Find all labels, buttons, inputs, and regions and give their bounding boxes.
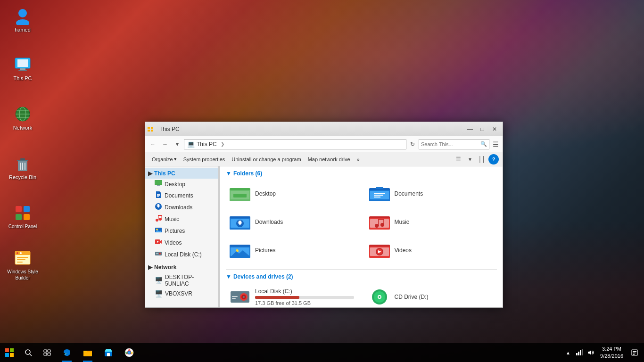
forward-button[interactable]: → xyxy=(159,139,171,150)
svg-rect-3 xyxy=(17,59,28,67)
svg-rect-104 xyxy=(10,348,14,352)
svg-rect-98 xyxy=(232,298,236,299)
address-path[interactable]: 💻 This PC ❯ xyxy=(184,139,406,149)
search-input[interactable] xyxy=(421,141,480,147)
taskbar-file-explorer[interactable] xyxy=(77,343,98,362)
taskbar-edge[interactable] xyxy=(57,343,77,362)
svg-rect-13 xyxy=(20,158,25,160)
music-folder-icon xyxy=(369,212,390,232)
system-tray: ▲ 3:24 PM 9/28/2016 xyxy=(562,343,644,362)
desktop-icon-recycle-bin[interactable]: Recycle Bin xyxy=(4,152,41,182)
svg-rect-65 xyxy=(374,193,385,194)
svg-point-1 xyxy=(16,19,29,25)
drives-section-header[interactable]: ▼ Devices and drives (2) xyxy=(226,273,497,280)
recycle-bin-icon xyxy=(13,154,32,173)
pictures-nav-label: Pictures xyxy=(165,228,185,234)
nav-local-disk[interactable]: Local Disk (C:) xyxy=(145,248,218,260)
desktop-icon-hamed[interactable]: hamed xyxy=(4,5,41,34)
drives-section-title: Devices and drives (2) xyxy=(233,273,293,280)
minimize-button[interactable]: — xyxy=(464,123,476,135)
nav-videos[interactable]: Videos xyxy=(145,237,218,248)
desktop-icon-wsb-label: Windows Style Builder xyxy=(6,269,40,281)
more-button[interactable]: » xyxy=(354,154,363,165)
this-pc-icon xyxy=(13,55,32,74)
videos-folder-icon xyxy=(369,240,390,261)
folder-item-downloads[interactable]: Downloads xyxy=(226,209,358,235)
desktop-nav-icon xyxy=(155,180,162,188)
folders-section-header[interactable]: ▼ Folders (6) xyxy=(226,170,497,177)
desktop: hamed This PC Network xyxy=(0,0,644,362)
back-button[interactable]: ← xyxy=(147,139,158,150)
menu-button[interactable]: ☰ xyxy=(490,139,501,149)
desktop-icon-control-panel-label: Control Panel xyxy=(6,224,40,229)
volume-tray-icon[interactable] xyxy=(585,343,596,362)
recent-button[interactable]: ▾ xyxy=(172,139,183,150)
view-panes-button[interactable]: ││ xyxy=(476,154,487,165)
drive-item-local-disk-c[interactable]: Local Disk (C:) 17.3 GB free of 31.5 GB xyxy=(226,284,358,307)
uninstall-button[interactable]: Uninstall or change a program xyxy=(229,154,304,165)
nav-desktop-5unliac[interactable]: 🖥️ DESKTOP-5UNLIAC xyxy=(145,272,218,288)
taskbar-store[interactable] xyxy=(98,343,119,362)
desktop-icon-windows-style-builder[interactable]: Windows Style Builder xyxy=(4,247,41,283)
taskbar-chrome[interactable] xyxy=(119,343,140,362)
svg-rect-27 xyxy=(17,262,23,263)
desktop-icon-network-label: Network xyxy=(6,125,40,131)
svg-rect-67 xyxy=(374,197,380,197)
svg-point-7 xyxy=(19,107,26,121)
nav-documents[interactable]: Documents xyxy=(145,189,218,201)
svg-rect-5 xyxy=(18,70,27,71)
videos-nav-label: Videos xyxy=(165,239,182,246)
folders-grid: Desktop xyxy=(226,181,497,263)
map-network-button[interactable]: Map network drive xyxy=(305,154,353,165)
folder-item-videos[interactable]: Videos xyxy=(365,237,497,263)
vboxsvr-nav-icon: 🖥️ xyxy=(155,290,163,297)
svg-point-107 xyxy=(25,350,30,354)
desktop-icon-control-panel[interactable]: Control Panel xyxy=(4,202,41,231)
cortana-search-button[interactable] xyxy=(19,343,38,362)
system-properties-button[interactable]: System properties xyxy=(181,154,228,165)
view-tiles-button[interactable]: ☰ xyxy=(453,154,464,165)
folder-item-music[interactable]: Music xyxy=(365,209,497,235)
nav-pictures[interactable]: Pictures xyxy=(145,225,218,237)
close-button[interactable]: ✕ xyxy=(488,123,501,135)
task-view-icon xyxy=(43,349,51,356)
svg-point-102 xyxy=(379,296,380,298)
system-clock[interactable]: 3:24 PM 9/28/2016 xyxy=(596,343,627,362)
nav-vboxsvr[interactable]: 🖥️ VBOXSVR xyxy=(145,288,218,299)
network-tray-icon[interactable] xyxy=(574,343,585,362)
folder-item-desktop[interactable]: Desktop xyxy=(226,181,358,207)
desktop-icon-this-pc-label: This PC xyxy=(6,75,40,81)
nav-network-section[interactable]: ▶ Network xyxy=(145,262,218,272)
drive-item-cd-drive-d[interactable]: CD Drive (D:) xyxy=(365,284,497,307)
svg-rect-38 xyxy=(157,196,159,197)
this-pc-nav-label: This PC xyxy=(154,170,175,177)
task-view-button[interactable] xyxy=(38,343,57,362)
nav-downloads[interactable]: Downloads xyxy=(145,201,218,213)
desktop-folder-name: Desktop xyxy=(255,190,276,197)
folder-item-pictures[interactable]: Pictures xyxy=(226,237,358,263)
desktop-icon-network[interactable]: Network xyxy=(4,103,41,132)
nav-music[interactable]: Music xyxy=(145,213,218,225)
start-button[interactable] xyxy=(0,343,19,362)
hidden-icons-button[interactable]: ▲ xyxy=(562,343,574,362)
organize-button[interactable]: Organize ▾ xyxy=(149,154,180,165)
desktop-icon-this-pc[interactable]: This PC xyxy=(4,53,41,83)
section-divider xyxy=(226,269,497,270)
help-button[interactable]: ? xyxy=(488,154,499,165)
svg-rect-129 xyxy=(633,354,635,355)
drives-grid: Local Disk (C:) 17.3 GB free of 31.5 GB xyxy=(226,284,497,307)
notification-center-button[interactable] xyxy=(627,343,642,362)
maximize-button[interactable]: □ xyxy=(476,123,488,135)
view-dropdown-button[interactable]: ▾ xyxy=(464,154,476,165)
network-globe-icon xyxy=(13,105,32,123)
content-area: ▶ This PC Desktop Documents xyxy=(145,166,503,307)
refresh-button[interactable]: ↻ xyxy=(407,139,418,149)
cd-drive-name: CD Drive (D:) xyxy=(395,294,494,300)
folder-item-documents[interactable]: Documents xyxy=(365,181,497,207)
nav-desktop[interactable]: Desktop xyxy=(145,179,218,189)
svg-rect-106 xyxy=(10,353,14,357)
search-box[interactable]: 🔍 xyxy=(419,139,489,149)
local-disk-info: Local Disk (C:) 17.3 GB free of 31.5 GB xyxy=(255,288,354,306)
svg-rect-112 xyxy=(48,353,50,355)
nav-this-pc[interactable]: ▶ This PC xyxy=(145,168,218,179)
